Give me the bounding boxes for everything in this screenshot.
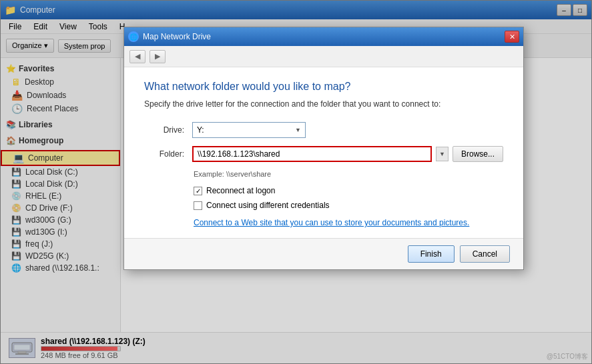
dialog-close-button[interactable]: ✕: [505, 31, 519, 43]
dialog-forward-button[interactable]: ▶: [150, 50, 166, 63]
dialog-subtext: Specify the drive letter for the connect…: [144, 99, 503, 109]
dropdown-arrow-icon: ▼: [295, 127, 301, 133]
different-creds-row: Connect using different credentials: [194, 201, 503, 210]
reconnect-checkbox[interactable]: ✓: [194, 187, 202, 195]
dialog-title-bar: 🌐 Map Network Drive ✕: [124, 27, 523, 46]
dialog-title-icon: 🌐: [128, 31, 139, 42]
browse-button[interactable]: Browse...: [453, 146, 503, 162]
different-creds-checkbox[interactable]: [194, 201, 202, 210]
dialog-heading: What network folder would you like to ma…: [144, 81, 503, 93]
dialog-footer: Finish Cancel: [124, 238, 523, 269]
example-text: Example: \\server\share: [194, 170, 503, 178]
drive-select[interactable]: Y: ▼: [192, 122, 306, 138]
folder-dropdown-arrow-icon: ▼: [436, 147, 449, 161]
finish-button[interactable]: Finish: [408, 245, 455, 263]
folder-form-row: Folder: \\192.168.1.123\shared ▼ Browse.…: [144, 146, 503, 162]
folder-label: Folder:: [144, 149, 184, 159]
folder-control-group: \\192.168.1.123\shared ▼ Browse...: [192, 146, 503, 162]
reconnect-row: ✓ Reconnect at logon: [194, 186, 503, 195]
different-creds-label: Connect using different credentials: [206, 201, 330, 210]
dialog-back-button[interactable]: ◀: [129, 50, 145, 63]
drive-control-group: Y: ▼: [192, 122, 503, 138]
drive-form-row: Drive: Y: ▼: [144, 122, 503, 138]
dialog-title-text: Map Network Drive: [143, 32, 211, 41]
dialog-body: What network folder would you like to ma…: [124, 67, 523, 238]
cancel-button[interactable]: Cancel: [460, 245, 510, 263]
map-network-drive-dialog: 🌐 Map Network Drive ✕ ◀ ▶ What network f…: [123, 27, 524, 270]
dialog-nav-bar: ◀ ▶: [124, 46, 523, 67]
web-site-link[interactable]: Connect to a Web site that you can use t…: [194, 218, 503, 227]
dialog-title-left: 🌐 Map Network Drive: [128, 31, 211, 42]
reconnect-label: Reconnect at logon: [206, 186, 275, 195]
folder-input-value: \\192.168.1.123\shared: [198, 149, 280, 159]
drive-select-value: Y:: [197, 125, 204, 135]
folder-input[interactable]: \\192.168.1.123\shared: [192, 146, 432, 162]
drive-label: Drive:: [144, 125, 184, 135]
watermark: @51CTO博客: [547, 352, 588, 361]
